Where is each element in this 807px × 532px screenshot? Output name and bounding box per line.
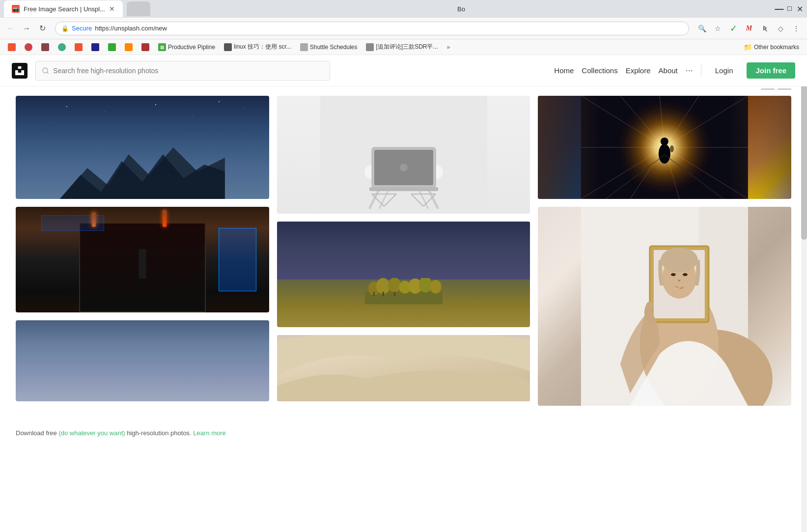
maximize-button[interactable]: ☐ [786,6,793,12]
nav-about[interactable]: About [659,66,678,75]
photo-woman-mirror-image [538,207,791,406]
bookmark-productive[interactable]: ▦ Productive Pipline [154,42,219,52]
bookmark-action-icon[interactable]: ☆ [711,22,724,35]
back-button[interactable]: ← [4,22,18,35]
forward-button[interactable]: → [20,22,33,35]
nav-explore[interactable]: Explore [626,66,651,75]
bookmark-shuttle[interactable]: Shuttle Schedules [296,42,362,52]
bookmark-8[interactable] [121,42,137,52]
bookmark-2[interactable] [21,42,36,52]
photo-bar-entrance[interactable] [16,207,269,312]
bookmark-linux[interactable]: linux 技巧：使用 scr... [220,42,295,52]
bookmark-icon-7 [108,43,116,51]
svg-rect-20 [369,187,438,191]
tab-bar: 📷 Free Image Search | Unspl... ✕ [4,0,150,17]
bookmark-4[interactable] [54,42,70,52]
svg-point-59 [661,248,698,272]
svg-point-27 [419,278,432,293]
reload-button[interactable]: ↻ [35,22,49,35]
dropbox-icon[interactable]: ◇ [774,22,787,35]
nav-collections[interactable]: Collections [582,66,617,75]
footer-link[interactable]: (do whatever you want) [58,429,125,437]
photo-col-1 [16,96,269,406]
portrait-svg [538,207,791,406]
search-input[interactable] [53,67,324,75]
extension-icon-1[interactable]: Ʀ [758,22,772,35]
footer-download-text: Download free [16,429,58,437]
scroll-line-1 [761,88,775,90]
active-tab[interactable]: 📷 Free Image Search | Unspl... ✕ [4,0,123,17]
photo-mountains[interactable] [16,96,269,199]
photo-sand-dunes[interactable] [277,335,530,401]
bookmark-6[interactable] [87,42,103,52]
svg-point-47 [661,138,668,145]
bookmark-9[interactable] [138,42,153,52]
bookmark-5[interactable] [71,42,86,52]
site-header: Home Collections Explore About ··· Login… [0,55,807,86]
browser-frame: 📷 Free Image Search | Unspl... ✕ Bo — ☐ … [0,0,807,55]
svg-point-58 [683,273,688,276]
bookmark-label-productive: Productive Pipline [168,44,215,51]
other-bookmarks[interactable]: 📁 Other bookmarks [740,42,803,52]
address-bar[interactable]: 🔒 Secure https://unsplash.com/new [55,22,689,35]
login-button[interactable]: Login [709,63,739,78]
bookmark-label-linux: linux 技巧：使用 scr... [234,43,291,51]
photo-sky-image [16,320,269,401]
site-content: Home Collections Explore About ··· Login… [0,55,807,445]
bookmark-icon-8 [125,43,133,51]
search-bar[interactable] [35,61,330,81]
bookmark-1[interactable] [4,42,20,52]
photo-desert-trees[interactable] [277,222,530,327]
photo-mountains-image [16,96,269,199]
nav-divider [701,65,701,77]
svg-point-24 [388,278,401,292]
svg-point-57 [671,273,676,276]
site-nav: Home Collections Explore About ··· Login… [554,62,795,79]
bookmark-icon-4 [58,43,66,51]
tab-close-button[interactable]: ✕ [109,5,115,13]
mountain-svg [16,127,269,199]
photo-sky-gradient[interactable] [16,320,269,401]
bookmark-icon-shuttle [300,43,308,51]
footer-learn-link[interactable]: Learn more [193,429,225,437]
minimize-button[interactable]: — [776,6,782,12]
nav-actions: 🔍 ☆ ✓ M Ʀ ◇ ⋮ [695,22,803,35]
photo-tunnel[interactable] [538,96,791,199]
nav-more[interactable]: ··· [686,65,693,76]
gmail-icon[interactable]: M [742,22,756,35]
svg-point-46 [659,144,670,164]
svg-rect-29 [373,292,375,296]
scroll-indicator [0,86,807,92]
svg-point-23 [376,278,390,294]
photo-woman-mirror[interactable] [538,207,791,406]
join-button[interactable]: Join free [747,62,795,79]
nav-home[interactable]: Home [554,66,574,75]
photo-grid [0,92,807,421]
photo-sand-dunes-image [277,335,530,401]
svg-point-49 [667,147,670,153]
site-logo[interactable] [12,63,28,79]
svg-point-19 [400,164,408,171]
bookmarks-more[interactable]: » [443,43,454,52]
more-actions-icon[interactable]: ⋮ [789,22,803,35]
inactive-tab[interactable] [127,1,150,16]
secure-icon: 🔒 [61,25,69,32]
bookmark-7[interactable] [104,42,120,52]
search-action-icon[interactable]: 🔍 [695,22,709,35]
svg-rect-30 [382,292,384,296]
photo-desert-trees-image [277,222,530,327]
bookmark-3[interactable] [37,42,53,52]
title-bar: 📷 Free Image Search | Unspl... ✕ Bo — ☐ … [0,0,807,18]
bookmark-label-shuttle: Shuttle Schedules [310,44,358,51]
photo-laptop[interactable] [277,96,530,214]
scroll-line-2 [778,88,791,90]
search-icon [42,67,49,75]
bookmark-icon-productive: ▦ [158,43,166,51]
close-button[interactable]: ✕ [797,6,803,12]
svg-rect-31 [394,292,395,296]
window-controls: — ☐ ✕ [776,6,803,12]
scroll-lines [761,88,791,90]
bookmark-sdr[interactable]: [追加评论]三款SDR平... [362,42,442,52]
scrollbar-thumb[interactable] [801,73,807,240]
nav-bar: ← → ↻ 🔒 Secure https://unsplash.com/new … [0,18,807,39]
